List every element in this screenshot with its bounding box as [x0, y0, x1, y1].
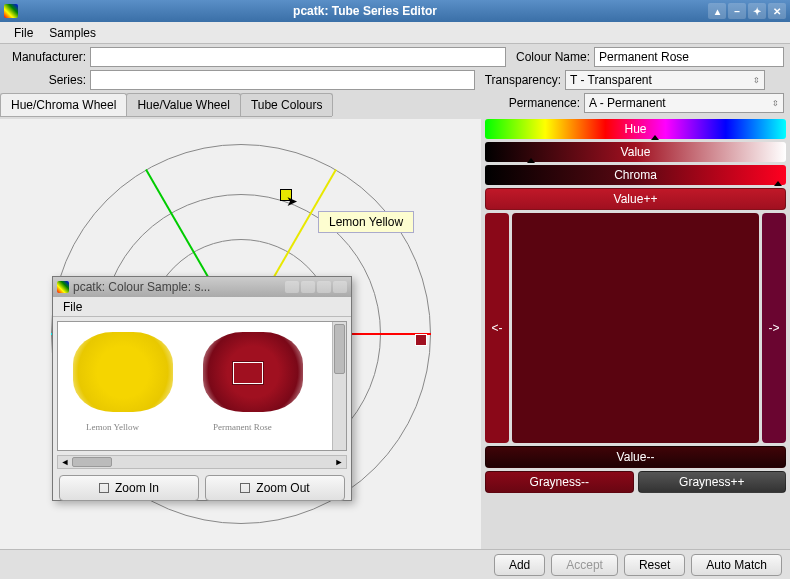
permanence-value: A - Permanent: [589, 96, 666, 110]
sub-maximize-button[interactable]: [317, 281, 331, 293]
swatch-yellow: [73, 332, 173, 412]
minimize-button[interactable]: –: [728, 3, 746, 19]
zoom-out-label: Zoom Out: [256, 481, 309, 495]
zoom-in-button[interactable]: Zoom In: [59, 475, 199, 501]
reset-label: Reset: [639, 558, 670, 572]
chevron-updown-icon: ⇳: [753, 76, 760, 85]
chroma-pointer[interactable]: [774, 181, 782, 186]
value-label: Value: [621, 145, 651, 159]
sample-image[interactable]: Lemon Yellow Permanent Rose: [57, 321, 347, 451]
manufacturer-input[interactable]: [90, 47, 506, 67]
sub-minimize-button[interactable]: [301, 281, 315, 293]
tooltip: Lemon Yellow: [318, 211, 414, 233]
colour-name-input[interactable]: [594, 47, 784, 67]
transparency-select[interactable]: T - Transparent ⇳: [565, 70, 765, 90]
value-minus-button[interactable]: Value--: [485, 446, 786, 468]
tab-hue-value[interactable]: Hue/Value Wheel: [126, 93, 241, 116]
auto-match-label: Auto Match: [706, 558, 767, 572]
colour-preview: [512, 213, 759, 443]
tab-bar: Hue/Chroma Wheel Hue/Value Wheel Tube Co…: [0, 93, 332, 117]
grayness-plus-label: Grayness++: [679, 475, 744, 489]
colour-name-label: Colour Name:: [510, 50, 590, 64]
value-plus-button[interactable]: Value++: [485, 188, 786, 210]
permanence-label: Permanence:: [498, 96, 580, 110]
shade-button[interactable]: ▴: [708, 3, 726, 19]
zoom-out-button[interactable]: Zoom Out: [205, 475, 345, 501]
hue-right-button[interactable]: ->: [762, 213, 786, 443]
sub-titlebar[interactable]: pcatk: Colour Sample: s...: [53, 277, 351, 297]
chroma-slider[interactable]: Chroma: [485, 165, 786, 185]
left-panel: Hue/Chroma Wheel Hue/Value Wheel Tube Co…: [0, 119, 481, 579]
sub-menu-file[interactable]: File: [59, 298, 86, 316]
grayness-plus-button[interactable]: Grayness++: [638, 471, 787, 493]
accept-label: Accept: [566, 558, 603, 572]
right-panel: Hue Value Chroma Value++ <- -> Value--: [481, 119, 790, 579]
arrow-left-label: <-: [491, 321, 502, 335]
app-icon: [57, 281, 69, 293]
hscroll-thumb[interactable]: [72, 457, 112, 467]
grayness-minus-button[interactable]: Grayness--: [485, 471, 634, 493]
vertical-scrollbar[interactable]: [332, 322, 346, 450]
sub-shade-button[interactable]: [285, 281, 299, 293]
window-title: pcatk: Tube Series Editor: [24, 4, 706, 18]
bottom-toolbar: Add Accept Reset Auto Match: [0, 549, 790, 579]
chroma-label: Chroma: [614, 168, 657, 182]
menubar: File Samples: [0, 22, 790, 44]
value-slider[interactable]: Value: [485, 142, 786, 162]
tab-hue-chroma[interactable]: Hue/Chroma Wheel: [0, 93, 127, 116]
swatch-yellow-label: Lemon Yellow: [86, 422, 139, 432]
series-label: Series:: [6, 73, 86, 87]
colour-marker-yellow[interactable]: [280, 189, 292, 201]
menu-samples[interactable]: Samples: [41, 24, 104, 42]
add-label: Add: [509, 558, 530, 572]
add-button[interactable]: Add: [494, 554, 545, 576]
hue-left-button[interactable]: <-: [485, 213, 509, 443]
app-icon: [4, 4, 18, 18]
hscroll-right-arrow[interactable]: ►: [332, 457, 346, 467]
colour-sample-window[interactable]: pcatk: Colour Sample: s... File Lemon Ye…: [52, 276, 352, 501]
zoom-in-icon: [99, 483, 109, 493]
value-plus-label: Value++: [614, 192, 658, 206]
preview-area: <- ->: [485, 213, 786, 443]
manufacturer-label: Manufacturer:: [6, 50, 86, 64]
value-pointer[interactable]: [527, 158, 535, 163]
hue-slider[interactable]: Hue: [485, 119, 786, 139]
menu-file[interactable]: File: [6, 24, 41, 42]
tab-tube-colours[interactable]: Tube Colours: [240, 93, 334, 116]
reset-button[interactable]: Reset: [624, 554, 685, 576]
window-titlebar: pcatk: Tube Series Editor ▴ – ✦ ✕: [0, 0, 790, 22]
selection-rect[interactable]: [233, 362, 263, 384]
hue-pointer[interactable]: [651, 135, 659, 140]
accept-button[interactable]: Accept: [551, 554, 618, 576]
horizontal-scrollbar[interactable]: ◄ ►: [57, 455, 347, 469]
grayness-minus-label: Grayness--: [530, 475, 589, 489]
permanence-select[interactable]: A - Permanent ⇳: [584, 93, 784, 113]
wheel-canvas[interactable]: ➤ Lemon Yellow pcatk: Colour Sample: s..…: [0, 119, 481, 549]
colour-marker-rose[interactable]: [415, 334, 427, 346]
swatch-rose-label: Permanent Rose: [213, 422, 272, 432]
hscroll-left-arrow[interactable]: ◄: [58, 457, 72, 467]
maximize-button[interactable]: ✦: [748, 3, 766, 19]
vscroll-thumb[interactable]: [334, 324, 345, 374]
transparency-label: Transparency:: [479, 73, 561, 87]
zoom-out-icon: [240, 483, 250, 493]
sub-window-title: pcatk: Colour Sample: s...: [73, 280, 283, 294]
chevron-updown-icon: ⇳: [772, 99, 779, 108]
auto-match-button[interactable]: Auto Match: [691, 554, 782, 576]
series-input[interactable]: [90, 70, 475, 90]
tooltip-text: Lemon Yellow: [329, 215, 403, 229]
value-minus-label: Value--: [617, 450, 655, 464]
sub-menubar: File: [53, 297, 351, 317]
arrow-right-label: ->: [768, 321, 779, 335]
transparency-value: T - Transparent: [570, 73, 652, 87]
sub-close-button[interactable]: [333, 281, 347, 293]
zoom-in-label: Zoom In: [115, 481, 159, 495]
hue-label: Hue: [624, 122, 646, 136]
close-button[interactable]: ✕: [768, 3, 786, 19]
